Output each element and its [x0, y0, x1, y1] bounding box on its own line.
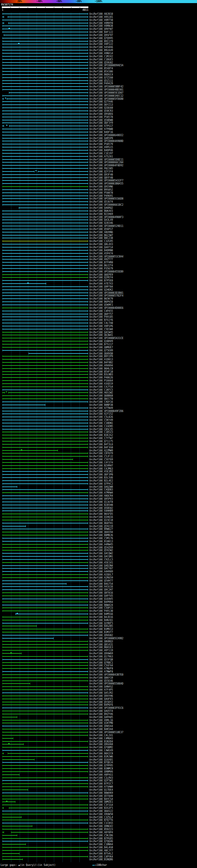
hit-row[interactable]: UniRef100_A6S1W2: [0, 391, 197, 394]
hit-row[interactable]: UniRef100_B6DGC4: [0, 73, 197, 76]
hit-row[interactable]: UniRef100_Q58CR3: [0, 109, 197, 113]
hit-row[interactable]: UniRef100_A7E7X3: [0, 282, 197, 285]
hit-row[interactable]: UniRef100_A4H909: [0, 570, 197, 573]
hit-row[interactable]: UniRef100_C5KJD6: [0, 834, 197, 837]
hit-row[interactable]: UniRef100_Q5Z111: [0, 79, 197, 82]
hit-row[interactable]: UniRef100_Q45JR2: [0, 691, 197, 694]
hit-row[interactable]: UniRef100_Q5TQU0: [0, 795, 197, 798]
hit-row[interactable]: UniRef100_A7MAW4: [0, 491, 197, 494]
hit-row[interactable]: UniRef100_A9NX14: [0, 52, 197, 55]
hit-row[interactable]: UniRef100_B3MV13: [0, 627, 197, 630]
hit-row[interactable]: UniRef100_A8J010: [0, 12, 197, 16]
hit-row[interactable]: UniRef100_Q4CY07: [0, 567, 197, 570]
hit-row[interactable]: UniRef100_Q59219: [0, 525, 197, 528]
hit-row[interactable]: UniRef100_Q15E18: [0, 519, 197, 522]
hit-row[interactable]: UniRef100_UPI0000518E37: [0, 731, 197, 734]
hit-row[interactable]: UniRef100_Q59G02: [0, 61, 197, 64]
hit-row[interactable]: UniRef100_C1BUE5: [0, 58, 197, 61]
hit-row[interactable]: UniRef100_UPI00004BD301: [0, 88, 197, 91]
hit-row[interactable]: UniRef100_Q17DE4: [0, 788, 197, 791]
hit-row[interactable]: UniRef100_B9ZYV6: [0, 713, 197, 716]
hit-row[interactable]: UniRef100_UPI00005D8E11: [0, 158, 197, 161]
hit-row[interactable]: UniRef100_A7NWF0: [0, 670, 197, 673]
hit-row[interactable]: UniRef100_Q4CQW2: [0, 552, 197, 555]
hit-row[interactable]: UniRef100_B9I1Y9: [0, 40, 197, 43]
hit-row[interactable]: UniRef100_Q56P17: [0, 227, 197, 230]
hit-row[interactable]: UniRef100_A2Y152: [0, 412, 197, 415]
hit-row[interactable]: UniRef100_C1NTC5: [0, 388, 197, 391]
hit-row[interactable]: UniRef100_Q9NGV2: [0, 825, 197, 828]
hit-row[interactable]: UniRef100_Q6EPE9: [0, 273, 197, 276]
hit-row[interactable]: UniRef100_B3LNB3: [0, 373, 197, 376]
hit-row[interactable]: UniRef100_B1N3D4: [0, 740, 197, 743]
hit-row[interactable]: UniRef100_Q7Q995: [0, 37, 197, 40]
hit-row[interactable]: UniRef100_C1MJX2: [0, 55, 197, 58]
hit-row[interactable]: UniRef100_C5GFA4: [0, 664, 197, 667]
hit-row[interactable]: UniRef100_B10013: [0, 540, 197, 543]
hit-row[interactable]: UniRef100_UPI0000648EE2: [0, 134, 197, 137]
hit-row[interactable]: UniRef100_A3GD19: [0, 382, 197, 385]
hit-row[interactable]: UniRef100_Q6F3P0: [0, 473, 197, 476]
hit-row[interactable]: UniRef100_UPI00004F0D92: [0, 164, 197, 167]
hit-row[interactable]: UniRef100_B4F8B2: [0, 361, 197, 364]
hit-row[interactable]: UniRef100_A2QUL7: [0, 573, 197, 576]
hit-row[interactable]: UniRef100_A9S181: [0, 16, 197, 19]
hit-row[interactable]: UniRef100_Q4D2N4: [0, 564, 197, 567]
hit-row[interactable]: UniRef100_Q1E8V5: [0, 597, 197, 600]
hit-row[interactable]: UniRef100_B4G754: [0, 582, 197, 585]
hit-row[interactable]: UniRef100_B4GZB5: [0, 624, 197, 627]
hit-row[interactable]: UniRef100_B3E2G2: [0, 434, 197, 437]
hit-row[interactable]: UniRef100_C4JM63: [0, 467, 197, 470]
hit-row[interactable]: UniRef100_C3Y1G4: [0, 803, 197, 806]
hit-row[interactable]: UniRef100_A7S261: [0, 155, 197, 158]
hit-row[interactable]: UniRef100_Q4P7U5: [0, 594, 197, 597]
hit-row[interactable]: UniRef100_Q28346: [0, 221, 197, 224]
hit-row[interactable]: UniRef100_C8Y6Y9: [0, 452, 197, 455]
hit-row[interactable]: UniRef100_B8NP38: [0, 403, 197, 406]
hit-row[interactable]: UniRef100_C1BNA4: [0, 843, 197, 846]
hit-row[interactable]: UniRef100_UPI0000661BC2: [0, 203, 197, 206]
hit-row[interactable]: UniRef100_UPI00005A31CE: [0, 337, 197, 340]
hit-row[interactable]: UniRef100_Q9SF97: [0, 34, 197, 37]
hit-row[interactable]: UniRef100_Q55FQ8: [0, 658, 197, 661]
hit-row[interactable]: UniRef100_Q9IVN6: [0, 185, 197, 188]
hit-row[interactable]: UniRef100_Q2Y3Y4: [0, 170, 197, 173]
hit-row[interactable]: UniRef100_C4Y374: [0, 461, 197, 464]
hit-row[interactable]: UniRef100_Q1KYM0: [0, 721, 197, 724]
hit-row[interactable]: UniRef100_A7P0W0: [0, 127, 197, 130]
hit-row[interactable]: UniRef100_A4RW45: [0, 543, 197, 546]
hit-row[interactable]: UniRef100_C4P455: [0, 309, 197, 313]
hit-row[interactable]: UniRef100_B3S3F5: [0, 806, 197, 809]
hit-row[interactable]: UniRef100_B7G1Y6: [0, 318, 197, 321]
hit-row[interactable]: UniRef100_B3RJW6: [0, 755, 197, 758]
hit-row[interactable]: UniRef100_UPI00004A90BD: [0, 140, 197, 143]
hit-row[interactable]: UniRef100_B5VF10: [0, 370, 197, 373]
hit-row[interactable]: UniRef100_Q6EE94: [0, 530, 197, 534]
hit-row[interactable]: UniRef100_Q06Y19: [0, 676, 197, 679]
hit-row[interactable]: UniRef100_Q81431: [0, 643, 197, 646]
hit-row[interactable]: UniRef100_B6H1E3: [0, 646, 197, 649]
hit-row[interactable]: UniRef100_P16664: [0, 379, 197, 382]
hit-row[interactable]: UniRef100_Q5VH77: [0, 579, 197, 582]
hit-row[interactable]: UniRef100_UPI00005702F4: [0, 294, 197, 297]
hit-row[interactable]: UniRef100_Q2HEK2: [0, 288, 197, 291]
hit-row[interactable]: UniRef100_B5X306: [0, 70, 197, 73]
hit-row[interactable]: UniRef100_B8MBJ6: [0, 534, 197, 537]
hit-row[interactable]: UniRef100_Q7QQ46: [0, 840, 197, 843]
hit-row[interactable]: UniRef100_B7FHR0: [0, 261, 197, 264]
hit-row[interactable]: UniRef100_A9V894: [0, 364, 197, 367]
hit-row[interactable]: UniRef100_B9Y2P9: [0, 355, 197, 358]
hit-row[interactable]: UniRef100_Q58DW0: [0, 119, 197, 122]
hit-row[interactable]: UniRef100_UPI00005432F7: [0, 179, 197, 182]
hit-row[interactable]: UniRef100_Q55DY2: [0, 701, 197, 704]
hit-row[interactable]: UniRef100_B4F122: [0, 30, 197, 34]
hit-row[interactable]: UniRef100_C1LRV3: [0, 776, 197, 779]
hit-row[interactable]: UniRef100_C5OPJ3: [0, 606, 197, 609]
hit-row[interactable]: UniRef100_C7YTW7: [0, 437, 197, 440]
hit-row[interactable]: UniRef100_Q4PA05: [0, 716, 197, 719]
hit-row[interactable]: UniRef100_A9RL16: [0, 719, 197, 722]
hit-row[interactable]: UniRef100_Q66S22: [0, 809, 197, 813]
hit-row[interactable]: UniRef100_P49105: [0, 315, 197, 318]
hit-row[interactable]: UniRef100_UPI000049F2D6: [0, 409, 197, 412]
hit-row[interactable]: UniRef100_Q8T016: [0, 591, 197, 594]
